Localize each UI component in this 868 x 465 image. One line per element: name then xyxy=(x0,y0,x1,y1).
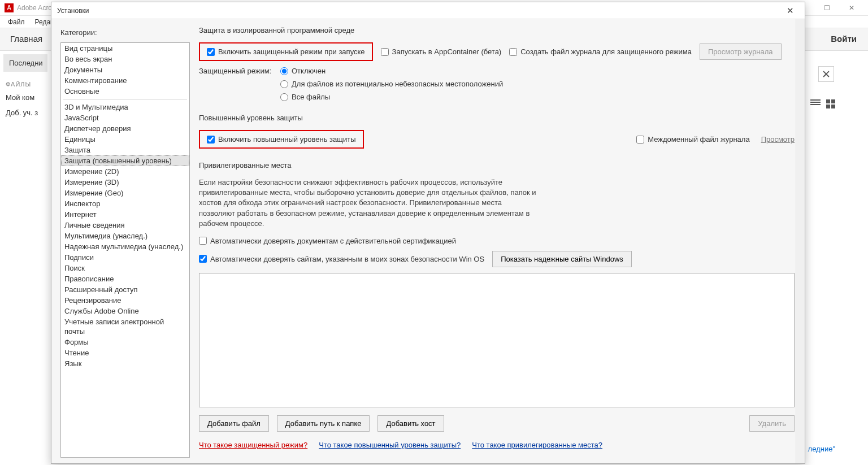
category-item[interactable]: Службы Adobe Online xyxy=(61,306,189,316)
category-item[interactable]: Расширенный доступ xyxy=(61,284,189,295)
appcontainer-label: Запускать в AppContainer (бета) xyxy=(392,47,502,56)
create-log-checkbox[interactable]: Создать файл журнала для защищенного реж… xyxy=(509,47,692,56)
mode-radio-all[interactable]: Все файлы xyxy=(280,93,503,101)
sidebar-my-computer[interactable]: Мой ком xyxy=(0,90,51,105)
auto-trust-cert-label: Автоматически доверять документам с дейс… xyxy=(210,237,456,245)
dialog-titlebar: Установки ✕ xyxy=(51,2,805,19)
maximize-button[interactable]: ☐ xyxy=(815,2,839,14)
left-sidebar: Последни ФАЙЛЫ Мой ком Доб. уч. з xyxy=(0,51,51,120)
categories-panel: Категории: Вид страницыВо весь экранДоку… xyxy=(51,19,190,463)
show-trusted-sites-button[interactable]: Показать надежные сайты Windows xyxy=(492,251,632,267)
enable-protected-mode-checkbox[interactable]: Включить защищенный режим при запуске xyxy=(199,42,373,61)
add-host-button[interactable]: Добавить хост xyxy=(377,415,444,432)
crossdomain-input[interactable] xyxy=(636,136,644,144)
category-item[interactable]: Интернет xyxy=(61,209,189,220)
category-item[interactable]: Единицы xyxy=(61,134,189,145)
auto-trust-os-label: Автоматически доверять сайтам, указанным… xyxy=(210,255,484,263)
link-protected-mode[interactable]: Что такое защищенный режим? xyxy=(199,441,307,449)
auto-trust-os-checkbox[interactable]: Автоматически доверять сайтам, указанным… xyxy=(199,255,484,263)
category-item[interactable]: Измерение (Geo) xyxy=(61,188,189,198)
window-close-button[interactable]: ✕ xyxy=(840,2,863,14)
category-item[interactable]: Комментирование xyxy=(61,75,189,86)
category-item[interactable]: 3D и Мультимедиа xyxy=(61,102,189,112)
privileged-description: Если настройки безопасности снижают эффе… xyxy=(199,177,538,229)
create-log-label: Создать файл журнала для защищенного реж… xyxy=(520,47,692,56)
enable-protected-mode-input[interactable] xyxy=(207,48,215,56)
enable-enhanced-label: Включить повышенный уровень защиты xyxy=(218,135,356,144)
add-file-button[interactable]: Добавить файл xyxy=(199,415,269,432)
sandbox-title: Защита в изолированной программной среде xyxy=(199,26,795,34)
add-folder-button[interactable]: Добавить путь к папке xyxy=(277,415,370,432)
protected-mode-label: Защищенный режим: xyxy=(199,67,272,75)
categories-list[interactable]: Вид страницыВо весь экранДокументыКоммен… xyxy=(60,42,190,458)
category-item[interactable]: Во весь экран xyxy=(61,54,189,64)
category-item[interactable]: Защита xyxy=(61,145,189,155)
category-item[interactable]: Диспетчер доверия xyxy=(61,123,189,134)
auto-trust-cert-input[interactable] xyxy=(199,237,207,245)
category-item[interactable]: Подписи xyxy=(61,252,189,263)
crossdomain-label: Междоменный файл журнала xyxy=(648,135,749,144)
category-item[interactable]: Документы xyxy=(61,64,189,75)
category-item[interactable]: Чтение xyxy=(61,347,189,358)
enable-enhanced-input[interactable] xyxy=(207,136,215,144)
category-item[interactable]: Инспектор xyxy=(61,198,189,209)
delete-button[interactable]: Удалить xyxy=(749,415,795,432)
recent-pill[interactable]: Последни xyxy=(3,54,47,72)
preferences-dialog: Установки ✕ Категории: Вид страницыВо ве… xyxy=(51,2,805,464)
category-item[interactable]: Язык xyxy=(61,358,189,369)
enhanced-section: Повышенный уровень защиты Включить повыш… xyxy=(199,114,795,149)
category-item[interactable]: Учетные записи электронной почты xyxy=(61,316,189,337)
mode-radio-unsafe[interactable]: Для файлов из потенциально небезопасных … xyxy=(280,80,503,88)
close-doc-button[interactable]: ✕ xyxy=(818,66,834,82)
link-enhanced[interactable]: Что такое повышенный уровень защиты? xyxy=(319,441,461,449)
category-item[interactable]: Правописание xyxy=(61,273,189,284)
auto-trust-cert-checkbox[interactable]: Автоматически доверять документам с дейс… xyxy=(199,237,456,245)
privileged-title: Привилегированные места xyxy=(199,161,795,170)
appcontainer-checkbox[interactable]: Запускать в AppContainer (бета) xyxy=(381,47,502,56)
files-section-label: ФАЙЛЫ xyxy=(0,75,51,90)
category-item[interactable]: JavaScript xyxy=(61,112,189,123)
view-log-button[interactable]: Просмотр журнала xyxy=(700,44,782,60)
footer-links: Что такое защищенный режим? Что такое по… xyxy=(199,437,795,450)
category-item[interactable]: Измерение (3D) xyxy=(61,177,189,188)
category-item[interactable]: Рецензирование xyxy=(61,295,189,306)
create-log-input[interactable] xyxy=(509,48,517,56)
appcontainer-input[interactable] xyxy=(381,48,389,56)
tab-home[interactable]: Главная xyxy=(0,28,53,50)
category-item[interactable]: Формы xyxy=(61,337,189,347)
category-item[interactable]: Поиск xyxy=(61,263,189,273)
menu-file[interactable]: Файл xyxy=(3,17,29,27)
signin-button[interactable]: Войти xyxy=(819,28,868,50)
category-item[interactable]: Измерение (2D) xyxy=(61,166,189,177)
privileged-list[interactable] xyxy=(199,273,795,407)
category-item[interactable]: Мультимедиа (унаслед.) xyxy=(61,231,189,241)
category-item[interactable]: Личные сведения xyxy=(61,220,189,231)
sandbox-section: Защита в изолированной программной среде… xyxy=(199,26,795,101)
privileged-section: Привилегированные места Если настройки б… xyxy=(199,161,795,432)
settings-panel: Защита в изолированной программной среде… xyxy=(190,19,805,463)
link-privileged[interactable]: Что такое привилегированные места? xyxy=(472,441,602,449)
category-item[interactable]: Надежная мультимедиа (унаслед.) xyxy=(61,241,189,252)
dialog-close-button[interactable]: ✕ xyxy=(779,6,801,16)
category-item[interactable]: Защита (повышенный уровень) xyxy=(61,155,189,166)
category-item[interactable]: Вид страницы xyxy=(61,43,189,54)
recent-link-fragment: ледние" xyxy=(808,445,835,453)
browse-link[interactable]: Просмотр xyxy=(761,135,795,144)
sidebar-add-account[interactable]: Доб. уч. з xyxy=(0,105,51,120)
mode-radio-off[interactable]: Отключен xyxy=(280,67,503,75)
crossdomain-checkbox[interactable]: Междоменный файл журнала xyxy=(636,135,749,144)
auto-trust-os-input[interactable] xyxy=(199,255,207,263)
enhanced-title: Повышенный уровень защиты xyxy=(199,114,795,122)
category-item[interactable]: Основные xyxy=(61,86,189,97)
dialog-title: Установки xyxy=(57,7,779,15)
enable-protected-mode-label: Включить защищенный режим при запуске xyxy=(218,47,365,56)
list-view-icon[interactable] xyxy=(810,99,821,107)
categories-label: Категории: xyxy=(60,28,190,37)
grid-view-icon[interactable] xyxy=(826,99,835,108)
app-logo-icon: A xyxy=(5,3,14,12)
enable-enhanced-checkbox[interactable]: Включить повышенный уровень защиты xyxy=(199,130,364,149)
